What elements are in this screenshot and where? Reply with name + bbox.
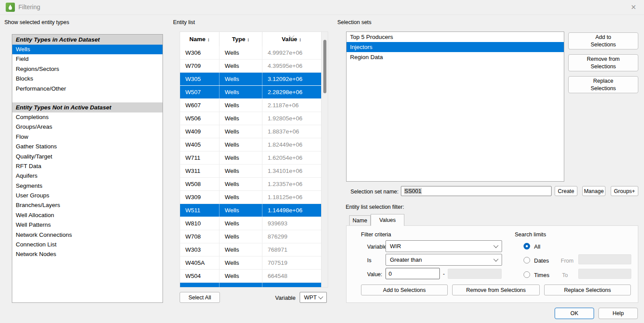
cell-value: 1.14498e+06 xyxy=(262,204,321,217)
add-to-selections-button[interactable]: Add to Selections xyxy=(568,32,638,49)
entity-type-item[interactable]: Flow xyxy=(12,132,163,142)
entity-type-item[interactable]: Gather Stations xyxy=(12,142,163,151)
variable-label: Variable xyxy=(275,295,296,301)
selection-set-item[interactable]: Injectors xyxy=(347,42,564,52)
side-btn-label: Remove from Selections xyxy=(583,56,624,70)
entity-type-item[interactable]: Network Nodes xyxy=(12,249,163,259)
table-row[interactable]: W303Wells768971 xyxy=(180,243,321,256)
cell-type: Wells xyxy=(219,112,262,125)
create-button[interactable]: Create xyxy=(555,186,577,196)
filter-operator-dropdown[interactable]: Greater than xyxy=(386,254,502,266)
ok-button[interactable]: OK xyxy=(555,308,594,319)
select-all-button[interactable]: Select All xyxy=(180,292,220,303)
search-limits-label: Search limits xyxy=(515,232,546,238)
filter-add-to-selections-button[interactable]: Add to Selections xyxy=(361,284,448,295)
cell-value: 1.92805e+06 xyxy=(262,112,321,125)
cell-value: 664548 xyxy=(262,270,321,282)
entity-type-item[interactable]: Quality/Target xyxy=(12,152,163,162)
entity-type-item[interactable]: Blocks xyxy=(12,74,163,84)
table-row[interactable]: W405Wells1.82449e+06 xyxy=(180,138,321,151)
entity-type-item[interactable]: Aquifers xyxy=(12,171,163,181)
sort-arrows-icon: ↕ xyxy=(247,37,250,42)
entity-type-item[interactable]: Well Patterns xyxy=(12,220,163,230)
filter-value: 0 xyxy=(389,270,392,277)
entity-type-item[interactable]: Connection List xyxy=(12,240,163,249)
table-row[interactable]: W311Wells1.34101e+06 xyxy=(180,165,321,178)
cell-name: W405 xyxy=(180,138,219,151)
filter-variable-dropdown[interactable]: WIR xyxy=(386,240,502,252)
entity-type-item[interactable]: Completions xyxy=(12,112,163,122)
radio-times[interactable] xyxy=(524,271,530,278)
tab-values[interactable]: Values xyxy=(371,214,404,226)
entity-type-item[interactable]: Groups/Areas xyxy=(12,122,163,132)
table-row[interactable]: W508Wells1.23357e+06 xyxy=(180,178,321,191)
cell-name: W507 xyxy=(180,86,219,98)
cell-value: 4.99927e+06 xyxy=(262,46,321,59)
filter-value-input[interactable]: 0 xyxy=(386,268,440,279)
selection-set-item[interactable]: Top 5 Producers xyxy=(347,32,564,42)
groups-button[interactable]: Groups+ xyxy=(611,186,638,196)
entity-type-item[interactable]: Performance/Other xyxy=(12,84,163,94)
radio-all-label: All xyxy=(534,243,540,250)
table-row[interactable]: W708Wells876299 xyxy=(180,230,321,243)
entity-type-item[interactable]: Segments xyxy=(12,181,163,191)
cell-value: 768971 xyxy=(262,243,321,256)
table-row[interactable]: W810Wells939693 xyxy=(180,217,321,230)
cell-name: W505 xyxy=(180,283,219,287)
remove-from-selections-button[interactable]: Remove from Selections xyxy=(568,54,638,71)
table-row[interactable]: W306Wells4.99927e+06 xyxy=(180,46,321,60)
filter-remove-from-selections-button[interactable]: Remove from Selections xyxy=(452,284,540,295)
table-row[interactable]: W504Wells664548 xyxy=(180,270,321,283)
table-row[interactable]: W305Wells3.12092e+06 xyxy=(180,73,321,86)
filter-value2-input xyxy=(448,269,502,279)
cell-type: Wells xyxy=(219,256,262,269)
column-header-label: Type xyxy=(232,36,245,42)
column-header-name[interactable]: Name↕ xyxy=(180,32,219,46)
entity-type-item[interactable]: User Groups xyxy=(12,191,163,200)
variable-dropdown[interactable]: WPT xyxy=(300,292,327,303)
cell-name: W709 xyxy=(180,60,219,72)
cell-name: W305 xyxy=(180,73,219,85)
radio-dates[interactable] xyxy=(524,257,530,263)
table-row[interactable]: W506Wells1.92805e+06 xyxy=(180,112,321,125)
table-row[interactable]: W711Wells1.62054e+06 xyxy=(180,151,321,165)
entity-type-item[interactable]: Regions/Sectors xyxy=(12,64,163,74)
help-button[interactable]: Help xyxy=(598,308,638,319)
cell-name: W711 xyxy=(180,151,219,164)
filter-replace-selections-button[interactable]: Replace Selections xyxy=(544,284,631,295)
table-row[interactable]: W511Wells1.14498e+06 xyxy=(180,204,321,217)
tab-name[interactable]: Name xyxy=(349,215,371,226)
entity-table-scrollbar[interactable] xyxy=(321,32,328,287)
table-row[interactable]: W607Wells2.1187e+06 xyxy=(180,99,321,112)
set-name-label: Selection set name: xyxy=(350,189,399,195)
close-icon[interactable]: × xyxy=(626,1,640,13)
entity-type-item[interactable]: Wells xyxy=(12,45,163,54)
cell-type: Wells xyxy=(219,270,262,282)
entity-type-item[interactable]: Well Allocation xyxy=(12,211,163,220)
cell-type: Wells xyxy=(219,46,262,59)
cell-type: Wells xyxy=(219,60,262,72)
cell-name: W405A xyxy=(180,256,219,269)
table-row[interactable]: W409Wells1.8837e+06 xyxy=(180,125,321,138)
table-row[interactable]: W505Wells657707 xyxy=(180,283,321,287)
manage-button[interactable]: Manage xyxy=(582,186,605,196)
replace-selections-button[interactable]: Replace Selections xyxy=(568,76,638,93)
table-row[interactable]: W709Wells4.39595e+06 xyxy=(180,60,321,73)
radio-all[interactable] xyxy=(524,243,530,249)
filter-variable-value: WIR xyxy=(390,243,401,249)
sort-arrows-icon: ↕ xyxy=(299,37,301,42)
entity-type-item[interactable]: Field xyxy=(12,54,163,64)
selection-set-item[interactable]: Region Data xyxy=(347,52,564,62)
table-row[interactable]: W405AWells707519 xyxy=(180,256,321,270)
table-row[interactable]: W309Wells1.18125e+06 xyxy=(180,191,321,204)
scrollbar-thumb[interactable] xyxy=(323,40,326,93)
cell-type: Wells xyxy=(219,283,262,287)
column-header-type[interactable]: Type↕ xyxy=(219,32,262,46)
set-name-input[interactable]: SS001 xyxy=(401,186,552,196)
entity-type-item[interactable]: Branches/Layers xyxy=(12,200,163,210)
cell-value: 3.12092e+06 xyxy=(262,73,321,85)
entity-type-item[interactable]: Network Connections xyxy=(12,230,163,240)
cell-type: Wells xyxy=(219,151,262,164)
entity-type-item[interactable]: RFT Data xyxy=(12,162,163,171)
table-row[interactable]: W507Wells2.28298e+06 xyxy=(180,86,321,99)
